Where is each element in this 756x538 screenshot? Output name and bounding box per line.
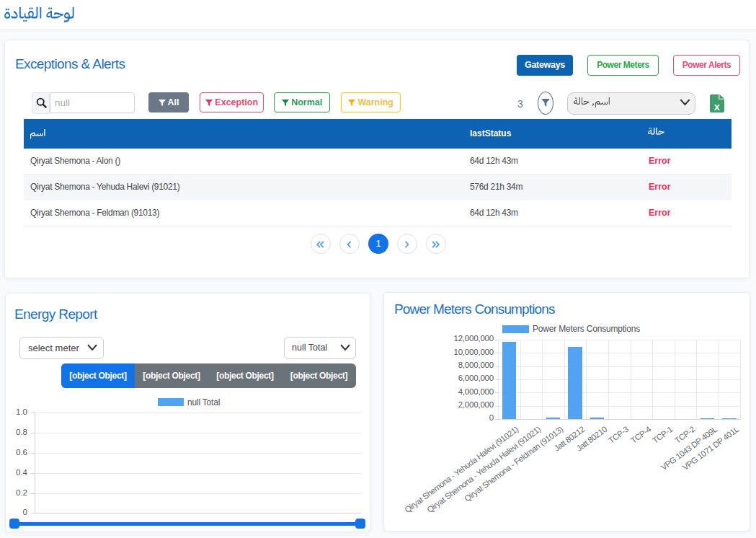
- svg-text:x: x: [714, 101, 720, 113]
